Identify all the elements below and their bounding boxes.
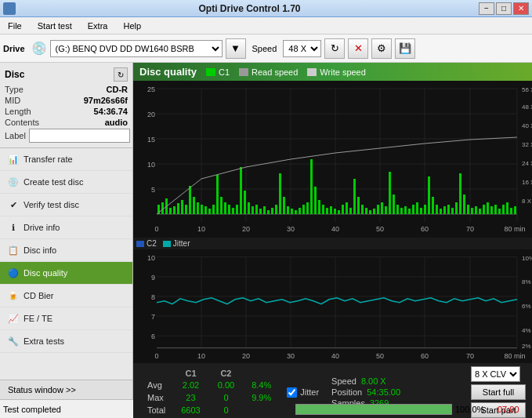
menubar: File Start test Extra Help bbox=[0, 17, 532, 35]
svg-rect-73 bbox=[299, 208, 301, 214]
read-speed-legend-color bbox=[239, 68, 248, 76]
nav-create-test-disc[interactable]: 💿 Create test disc bbox=[0, 171, 132, 194]
settings-btn[interactable]: ⚙ bbox=[371, 38, 392, 59]
menu-start-test[interactable]: Start test bbox=[33, 20, 77, 32]
refresh-btn[interactable]: ↻ bbox=[324, 38, 345, 59]
svg-rect-125 bbox=[502, 205, 505, 214]
svg-text:16 X: 16 X bbox=[522, 179, 532, 186]
nav-verify-test-disc[interactable]: ✔ Verify test disc bbox=[0, 194, 132, 216]
svg-rect-82 bbox=[334, 209, 336, 214]
drive-arrow-btn[interactable]: ▼ bbox=[226, 38, 246, 59]
svg-rect-40 bbox=[169, 208, 172, 214]
speed-mode-select[interactable]: 8 X CLV bbox=[471, 366, 520, 382]
c2-chart: 10 9 8 7 6 10% 8% 6% 4% 2% 0 10 20 30 40… bbox=[133, 249, 532, 363]
svg-rect-123 bbox=[494, 205, 497, 214]
jitter-checkbox[interactable] bbox=[287, 387, 297, 398]
nav-disc-info[interactable]: 📋 Disc info bbox=[0, 239, 132, 262]
nav-drive-info[interactable]: ℹ Drive info bbox=[0, 216, 132, 239]
speed-info-value: 8.00 X bbox=[361, 376, 386, 386]
minimize-button[interactable]: − bbox=[479, 2, 494, 15]
svg-text:8%: 8% bbox=[522, 279, 531, 286]
fe-te-icon: 📈 bbox=[8, 313, 19, 324]
save-btn[interactable]: 💾 bbox=[395, 38, 415, 59]
svg-rect-63 bbox=[259, 209, 262, 214]
svg-rect-128 bbox=[514, 206, 516, 214]
position-value: 54:35.00 bbox=[367, 387, 400, 397]
svg-rect-45 bbox=[189, 186, 191, 214]
svg-rect-42 bbox=[177, 203, 179, 214]
drive-select[interactable]: (G:) BENQ DVD DD DW1640 BSRB bbox=[50, 40, 223, 57]
svg-text:10: 10 bbox=[197, 352, 205, 360]
titlebar: Opti Drive Control 1.70 − □ ✕ bbox=[0, 0, 532, 17]
svg-rect-93 bbox=[377, 205, 379, 214]
nav-disc-quality[interactable]: 🔵 Disc quality bbox=[0, 262, 132, 285]
svg-rect-59 bbox=[244, 191, 246, 214]
svg-rect-57 bbox=[236, 205, 238, 214]
svg-text:25: 25 bbox=[147, 85, 155, 93]
svg-rect-74 bbox=[302, 205, 305, 214]
disc-refresh-btn[interactable]: ↻ bbox=[114, 67, 128, 82]
nav-extra-tests-label: Extra tests bbox=[24, 336, 64, 346]
disc-info-panel: Disc ↻ Type CD-R MID 97m26s66f Length 54… bbox=[0, 63, 132, 148]
menu-help[interactable]: Help bbox=[118, 20, 146, 32]
toolbar: Drive 💿 (G:) BENQ DVD DD DW1640 BSRB ▼ S… bbox=[0, 35, 532, 63]
svg-text:9: 9 bbox=[151, 274, 155, 282]
speed-select[interactable]: 48 X bbox=[283, 40, 321, 57]
start-full-button[interactable]: Start full bbox=[471, 384, 526, 400]
svg-rect-116 bbox=[467, 205, 469, 214]
svg-text:0: 0 bbox=[154, 352, 158, 360]
svg-rect-76 bbox=[310, 159, 313, 214]
svg-rect-84 bbox=[342, 205, 344, 214]
stats-header-empty bbox=[141, 369, 172, 378]
max-c1: 23 bbox=[173, 392, 208, 403]
svg-text:20: 20 bbox=[242, 225, 250, 233]
c1-legend-label: C1 bbox=[219, 67, 230, 77]
svg-rect-120 bbox=[483, 205, 485, 214]
chart-header: Disc quality C1 Read speed Write speed bbox=[133, 63, 532, 81]
svg-rect-124 bbox=[498, 209, 501, 214]
erase-btn[interactable]: ✕ bbox=[348, 38, 368, 59]
create-test-disc-icon: 💿 bbox=[8, 176, 19, 187]
svg-rect-89 bbox=[361, 205, 364, 214]
svg-rect-66 bbox=[271, 208, 273, 214]
cd-bier-icon: 🍺 bbox=[8, 290, 19, 301]
app-title: Opti Drive Control 1.70 bbox=[20, 3, 479, 14]
menu-file[interactable]: File bbox=[3, 20, 27, 32]
svg-rect-72 bbox=[295, 210, 297, 214]
c1-legend-color bbox=[206, 68, 215, 76]
menu-extra[interactable]: Extra bbox=[83, 20, 113, 32]
jitter-label: Jitter bbox=[300, 387, 319, 397]
nav-menu: 📊 Transfer rate 💿 Create test disc ✔ Ver… bbox=[0, 148, 132, 380]
svg-rect-94 bbox=[381, 202, 383, 214]
nav-disc-info-label: Disc info bbox=[24, 245, 56, 255]
nav-disc-quality-label: Disc quality bbox=[24, 268, 67, 278]
svg-rect-67 bbox=[275, 205, 277, 214]
svg-rect-85 bbox=[346, 202, 348, 214]
c1-legend: C1 bbox=[206, 67, 230, 77]
svg-text:32 X: 32 X bbox=[522, 141, 532, 148]
app-icon bbox=[3, 2, 16, 15]
svg-rect-79 bbox=[322, 205, 324, 214]
speed-info-label: Speed bbox=[331, 376, 356, 386]
nav-cd-bier[interactable]: 🍺 CD Bier bbox=[0, 285, 132, 307]
nav-extra-tests[interactable]: 🔧 Extra tests bbox=[0, 330, 132, 353]
avg-c2: 0.00 bbox=[210, 380, 242, 391]
svg-text:60: 60 bbox=[421, 352, 429, 360]
read-speed-legend: Read speed bbox=[239, 67, 298, 77]
svg-text:70: 70 bbox=[466, 225, 474, 233]
svg-rect-60 bbox=[248, 202, 250, 214]
stats-header-c1: C1 bbox=[173, 369, 208, 378]
close-button[interactable]: ✕ bbox=[513, 2, 529, 15]
svg-rect-104 bbox=[420, 208, 422, 214]
main-area: Disc ↻ Type CD-R MID 97m26s66f Length 54… bbox=[0, 63, 532, 399]
maximize-button[interactable]: □ bbox=[496, 2, 512, 15]
read-speed-legend-label: Read speed bbox=[252, 67, 298, 77]
label-input[interactable] bbox=[29, 129, 130, 143]
svg-rect-71 bbox=[291, 209, 293, 214]
max-c2: 0 bbox=[210, 392, 242, 403]
svg-text:60: 60 bbox=[421, 225, 429, 233]
nav-transfer-rate[interactable]: 📊 Transfer rate bbox=[0, 148, 132, 171]
svg-rect-129 bbox=[133, 249, 532, 363]
nav-fe-te[interactable]: 📈 FE / TE bbox=[0, 307, 132, 330]
status-window-btn[interactable]: Status window >> bbox=[0, 380, 132, 399]
